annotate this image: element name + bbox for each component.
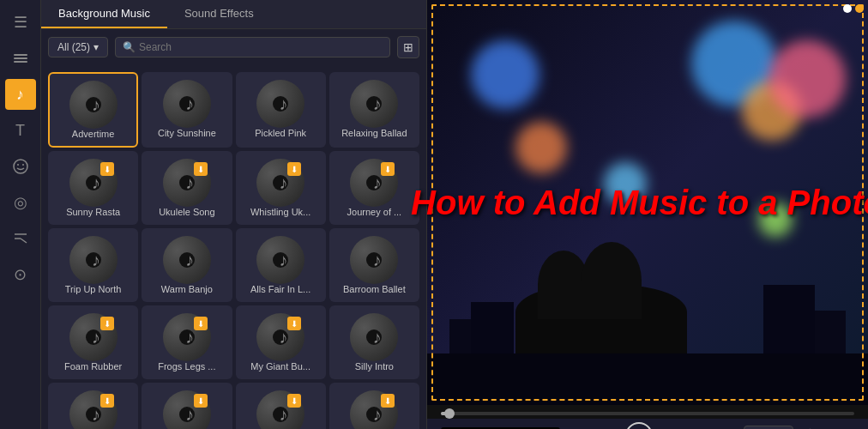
- music-note-icon: ♪: [92, 251, 100, 270]
- download-badge: ⬇: [287, 394, 301, 408]
- music-grid: ♪ Advertime ♪ City Sunshine ♪ Pickled Pi…: [41, 65, 426, 429]
- svg-rect-0: [14, 54, 27, 56]
- music-disc-9: ♪: [69, 236, 118, 284]
- download-badge: ⬇: [287, 317, 301, 330]
- chevron-down-icon: ▾: [93, 41, 99, 53]
- music-note-icon: ♪: [279, 94, 287, 114]
- download-badge: ⬇: [100, 394, 114, 408]
- music-item[interactable]: ♪ ⬇ Foam Rubber: [48, 305, 138, 379]
- search-icon: 🔍: [123, 41, 136, 53]
- music-item-label: Alls Fair In L...: [250, 284, 310, 294]
- music-note-icon: ♪: [185, 94, 194, 114]
- music-disc-4: ♪: [350, 80, 398, 128]
- music-note-icon: ♪: [372, 94, 381, 114]
- music-disc-3: ♪: [256, 80, 304, 128]
- panel-toolbar: All (25) ▾ 🔍 ⊞: [41, 29, 426, 65]
- search-input[interactable]: [139, 41, 383, 53]
- music-disc-11: ♪: [256, 236, 304, 284]
- music-item[interactable]: ♪ Warm Banjo: [142, 228, 232, 302]
- download-badge: ⬇: [194, 394, 208, 408]
- music-item[interactable]: ♪ ⬇ Ukulele Song: [142, 151, 232, 225]
- playback-buttons: ⏮ ▶ ⏭ ⏹: [600, 422, 704, 429]
- music-item[interactable]: ♪ City Sunshine: [142, 72, 232, 148]
- music-note-icon: ♪: [279, 251, 287, 270]
- music-item[interactable]: ♪ ⬇: [48, 383, 138, 429]
- step-forward-button[interactable]: ⏭: [660, 426, 678, 430]
- music-item[interactable]: ♪ ⬇ Frogs Legs ...: [142, 305, 232, 379]
- music-note-icon: ♪: [372, 173, 381, 193]
- sidebar-icon-music[interactable]: ♪: [5, 79, 36, 110]
- music-item[interactable]: ♪ Silly Intro: [329, 305, 419, 379]
- sidebar-icon-transition[interactable]: [5, 223, 36, 254]
- svg-rect-1: [14, 57, 27, 59]
- music-item-label: Trip Up North: [65, 284, 122, 294]
- download-badge: ⬇: [194, 317, 208, 330]
- music-item-label: Sunny Rasta: [66, 207, 120, 217]
- step-back-button[interactable]: ⏮: [600, 426, 618, 430]
- grid-view-button[interactable]: ⊞: [397, 36, 419, 58]
- tab-background-music[interactable]: Background Music: [41, 0, 167, 28]
- quality-select[interactable]: Full: [744, 426, 793, 429]
- sidebar-icon-adjust[interactable]: ⊙: [5, 259, 36, 290]
- sidebar-icon-text[interactable]: T: [5, 115, 36, 146]
- music-item-label: Pickled Pink: [255, 128, 306, 138]
- svg-rect-2: [14, 61, 27, 63]
- filter-dropdown[interactable]: All (25) ▾: [48, 37, 108, 57]
- controls-bar: 00 : 00 : 00 .000 ⏮ ▶ ⏭ ⏹ Full 🔊 ⛶ ⧉: [427, 419, 868, 429]
- music-note-icon: ♪: [185, 251, 194, 270]
- music-note-icon: ♪: [372, 251, 381, 270]
- music-panel: Background Music Sound Effects All (25) …: [41, 0, 427, 429]
- tab-sound-effects[interactable]: Sound Effects: [167, 0, 271, 28]
- music-item-label: Advertime: [72, 129, 115, 139]
- music-note-icon: ♪: [185, 328, 194, 347]
- music-item[interactable]: ♪ Pickled Pink: [236, 72, 326, 148]
- music-item[interactable]: ♪ Advertime: [48, 72, 138, 148]
- music-disc-2: ♪: [163, 80, 211, 128]
- music-disc-12: ♪: [350, 236, 398, 284]
- music-item[interactable]: ♪ Relaxing Ballad: [329, 72, 419, 148]
- music-item-label: Frogs Legs ...: [158, 361, 215, 372]
- music-item-label: Foam Rubber: [64, 361, 122, 372]
- music-item[interactable]: ♪ ⬇ Sunny Rasta: [48, 151, 138, 225]
- sidebar-icon-layers[interactable]: [5, 43, 36, 74]
- corner-markers: [843, 4, 864, 13]
- music-item-label: Journey of ...: [347, 207, 402, 217]
- music-item-label: Ukulele Song: [159, 207, 214, 217]
- music-note-icon: ♪: [185, 173, 194, 193]
- music-item[interactable]: ♪ ⬇ Whistling Uk...: [236, 151, 326, 225]
- music-item[interactable]: ♪ ⬇: [142, 383, 232, 429]
- play-button[interactable]: ▶: [625, 422, 653, 429]
- progress-handle[interactable]: [444, 408, 455, 419]
- music-item[interactable]: ♪ ⬇: [329, 383, 419, 429]
- preview-area: How to Add Music to a Photo 00 : 00 : 00…: [427, 0, 868, 429]
- tabs: Background Music Sound Effects: [41, 0, 426, 29]
- download-badge: ⬇: [287, 162, 301, 176]
- music-item[interactable]: ♪ Trip Up North: [48, 228, 138, 302]
- download-badge: ⬇: [194, 162, 208, 176]
- music-item-label: Warm Banjo: [161, 284, 213, 294]
- music-item[interactable]: ♪ Barroom Ballet: [329, 228, 419, 302]
- stop-button[interactable]: ⏹: [685, 426, 704, 430]
- music-item[interactable]: ♪ ⬇ My Giant Bu...: [236, 305, 326, 379]
- sidebar-icon-sticker[interactable]: [5, 151, 36, 182]
- watermark-text: How to Add Music to a Photo: [411, 184, 868, 222]
- corner-dot: [855, 4, 864, 13]
- music-item-label: City Sunshine: [158, 128, 216, 138]
- music-item[interactable]: ♪ ⬇: [236, 383, 326, 429]
- music-note-icon: ♪: [185, 405, 194, 425]
- music-item-label: My Giant Bu...: [250, 361, 310, 372]
- search-box: 🔍: [115, 37, 390, 57]
- right-controls: Full 🔊 ⛶ ⧉: [744, 426, 854, 429]
- music-disc-16: ♪: [350, 313, 398, 361]
- progress-bar[interactable]: [441, 412, 854, 415]
- music-item[interactable]: ♪ ⬇ Journey of ...: [329, 151, 419, 225]
- music-item-label: Relaxing Ballad: [341, 128, 407, 138]
- music-disc-1: ♪: [69, 81, 118, 129]
- music-note-icon: ♪: [92, 95, 100, 115]
- music-note-icon: ♪: [279, 173, 287, 193]
- music-note-icon: ♪: [92, 328, 100, 347]
- sidebar-icon-effects[interactable]: ◎: [5, 187, 36, 218]
- music-item[interactable]: ♪ Alls Fair In L...: [236, 228, 326, 302]
- music-note-icon: ♪: [279, 328, 287, 347]
- sidebar-icon-menu[interactable]: ☰: [5, 7, 36, 38]
